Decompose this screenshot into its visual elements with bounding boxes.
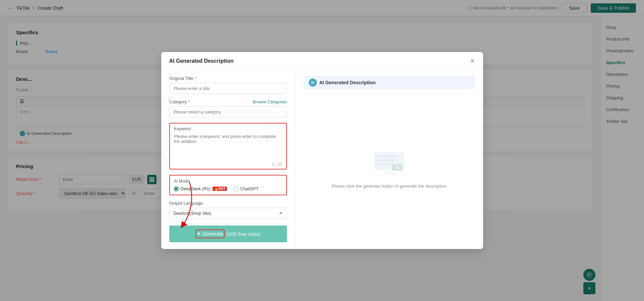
modal-close-button[interactable]: ✕ (470, 58, 475, 64)
placeholder-text: Please click the generate button to gene… (332, 184, 447, 189)
modal-body: Original Title * Category * Browse Categ… (161, 69, 483, 249)
keyword-count: 0 / 20 (170, 161, 286, 169)
category-input[interactable] (169, 106, 287, 117)
keyword-field: Keyword 0 / 20 (169, 123, 287, 169)
ai-model-options: DeepSeek (R1) 🔥HOT ChatGPT (174, 186, 282, 191)
browse-categories-link[interactable]: Browse Categories (253, 100, 287, 104)
original-title-label: Original Title * (169, 76, 287, 81)
ai-generated-header-label: AI Generated Description (319, 80, 376, 85)
category-label: Category * Browse Categories (169, 99, 287, 104)
placeholder-visual: AI Please click the generate button to g… (332, 96, 447, 242)
ai-generated-header: AI AI Generated Description (303, 76, 475, 89)
keyword-label: Keyword (170, 123, 286, 133)
generate-label: Generate (202, 231, 224, 237)
generate-button-highlight: ✦ Generate (195, 230, 225, 238)
deepseek-radio[interactable] (174, 187, 179, 191)
chatgpt-radio[interactable] (234, 187, 238, 191)
modal-right-panel: AI AI Generated Description AI (295, 69, 483, 249)
ai-model-label: AI Model (174, 179, 282, 184)
output-language-field: Output Language Deutsch(Shop Site) Engli… (169, 201, 287, 219)
chatgpt-option[interactable]: ChatGPT (234, 186, 258, 191)
output-language-label: Output Language (169, 201, 287, 206)
hot-badge: 🔥HOT (213, 187, 227, 191)
modal-overlay[interactable]: AI Generated Description ✕ Original Titl… (0, 0, 644, 301)
svg-text:AI: AI (396, 166, 399, 169)
ai-generated-modal: AI Generated Description ✕ Original Titl… (161, 52, 483, 249)
modal-header: AI Generated Description ✕ (161, 52, 483, 69)
generate-wrapper: ✦ Generate (200 free trials) (169, 225, 287, 242)
ai-circle-icon: AI (309, 79, 317, 87)
svg-rect-14 (377, 155, 398, 157)
original-title-field: Original Title * (169, 76, 287, 94)
category-field: Category * Browse Categories (169, 99, 287, 117)
svg-rect-15 (377, 159, 394, 161)
placeholder-icon: AI (372, 150, 406, 178)
deepseek-option[interactable]: DeepSeek (R1) 🔥HOT (174, 186, 227, 191)
chatgpt-label: ChatGPT (240, 186, 258, 191)
generate-icon: ✦ (197, 231, 201, 237)
modal-left-panel: Original Title * Category * Browse Categ… (161, 69, 295, 249)
original-title-input[interactable] (169, 83, 287, 94)
category-required-asterisk: * (188, 99, 190, 104)
trial-note: (200 free trials) (227, 231, 260, 237)
ai-model-field: AI Model DeepSeek (R1) 🔥HOT ChatGPT (169, 175, 287, 195)
required-asterisk: * (195, 76, 196, 81)
output-language-select[interactable]: Deutsch(Shop Site) English French Spanis… (169, 208, 287, 219)
modal-title: AI Generated Description (169, 58, 234, 64)
deepseek-label: DeepSeek (R1) (181, 186, 211, 191)
generate-button[interactable]: ✦ Generate (200 free trials) (169, 225, 287, 242)
keyword-textarea[interactable] (170, 133, 286, 159)
svg-rect-16 (377, 163, 391, 165)
